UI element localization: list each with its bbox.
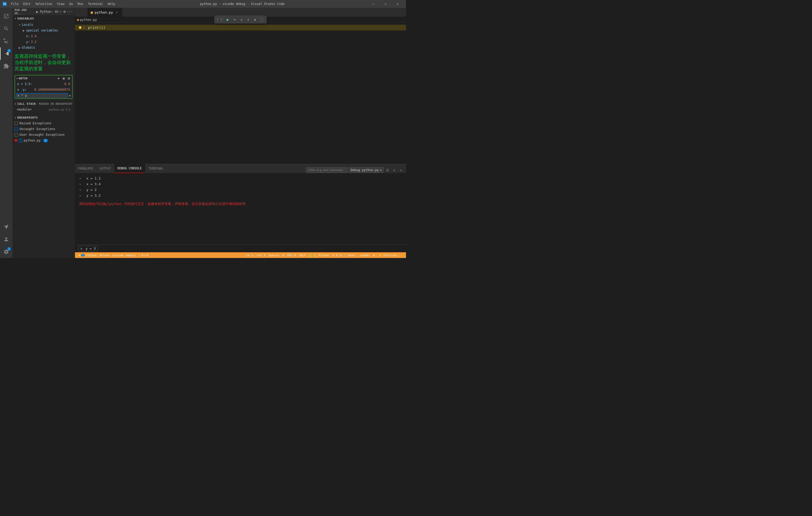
debug-step-into-button[interactable]: ↓ — [238, 17, 244, 23]
debug-badge: 1 — [7, 49, 11, 53]
run-play-button[interactable]: ▶ — [36, 10, 38, 14]
breakpoints-header[interactable]: ▾ BREAKPOINTS — [12, 115, 75, 120]
watch-expr-1: x + 3.5: — [17, 82, 64, 86]
console-menu-button[interactable]: ☰ — [385, 167, 390, 173]
breakpoints-section: ▾ BREAKPOINTS Raised Exceptions Uncaught… — [12, 115, 75, 143]
config-button[interactable]: ⚙ — [63, 10, 65, 13]
tab-problems[interactable]: PROBLEMS — [75, 164, 96, 173]
activity-extensions[interactable] — [0, 60, 12, 72]
console-expand-button[interactable]: ∧ — [392, 167, 397, 173]
var-x-colon: : — [28, 34, 30, 38]
bp-title: BREAKPOINTS — [18, 116, 38, 119]
bp-uncaught-label: Uncaught Exceptions — [20, 127, 55, 131]
var-x-item[interactable]: x : 3.4 — [12, 33, 75, 39]
var-y-colon: : — [28, 40, 30, 44]
watch-expr-2: x -y: — [17, 88, 34, 92]
debug-selector-label: Debug python.py — [351, 168, 379, 172]
watch-copy-button[interactable]: ⊕ — [62, 76, 66, 80]
debug-stop-button[interactable]: ⬛ — [259, 17, 265, 23]
sb-eol[interactable]: CRLF — [297, 252, 307, 258]
debug-selector-dropdown[interactable]: Debug python.py ▾ — [349, 167, 384, 173]
bp-python-checkbox[interactable] — [19, 139, 22, 142]
watch-clear-button[interactable]: ✕ — [69, 93, 71, 97]
menu-terminal[interactable]: Terminal — [86, 1, 105, 7]
console-close-button[interactable]: ✕ — [398, 167, 404, 173]
tab-debug-console[interactable]: DEBUG CONSOLE — [114, 164, 145, 173]
menu-edit[interactable]: Edit — [21, 1, 33, 7]
sb-grid-icon[interactable]: ⊞ — [372, 252, 377, 258]
locals-item[interactable]: ▾ Locals — [12, 22, 75, 28]
sb-position[interactable]: Ln 1, Col 9 — [245, 252, 267, 258]
tab-python-py[interactable]: ● python.py ✕ — [87, 8, 122, 17]
debug-restart-button[interactable]: ↺ — [252, 17, 258, 23]
watch-add-button[interactable]: + — [56, 76, 61, 80]
menu-view[interactable]: View — [55, 1, 67, 7]
activity-account[interactable] — [0, 233, 12, 245]
watch-item-2[interactable]: x -y: 0.19999999999999973 — [15, 87, 72, 93]
watch-title: WATCH — [19, 77, 56, 80]
sb-errors[interactable]: ⚠ 0 ✕ 0 — [138, 252, 150, 258]
bp-python-file[interactable]: python.py 1 — [12, 138, 75, 143]
console-filter-input[interactable] — [306, 167, 348, 173]
watch-annotation-text: 监视器持续监视一些变量，当程序前进时，会自动更新其监视的变量 — [14, 53, 72, 72]
panel-tabs: PROBLEMS OUTPUT DEBUG CONSOLE TERMINAL D… — [75, 164, 406, 173]
callstack-frame-0[interactable]: <module> python.py 1:1 — [12, 107, 75, 112]
watch-item-1[interactable]: x + 3.5: 6.9 — [15, 81, 72, 87]
activity-settings[interactable]: 1 — [0, 245, 12, 258]
menu-go[interactable]: Go — [67, 1, 75, 7]
console-annotation: 调试控制台可以输入python 代码进行交互，如修改程序变量，声明变量。但注意都… — [79, 200, 402, 208]
sb-spaces[interactable]: Spaces: 4 — [267, 252, 286, 258]
sb-interpreter[interactable]: 3.9.12 ('base': conda) — [330, 252, 372, 258]
variables-title: VARIABLES — [18, 17, 34, 20]
activity-explorer[interactable] — [0, 10, 12, 22]
bp-user-uncaught[interactable]: User Uncaught Exceptions — [12, 132, 75, 138]
terminal-input-bar: > y = 3 — [75, 244, 406, 252]
bp-raised-checkbox[interactable] — [14, 122, 18, 125]
console-text-1: x = 1.2 — [86, 176, 101, 180]
debug-continue-button[interactable]: ▶ — [225, 17, 231, 23]
menu-run[interactable]: Run — [76, 1, 85, 7]
tab-close-button[interactable]: ✕ — [115, 10, 119, 14]
minimize-button[interactable]: ─ — [368, 0, 379, 8]
globals-item[interactable]: ▶ Globals — [12, 45, 75, 51]
sb-language[interactable]: 🐍 🐍 Python — [307, 252, 330, 258]
var-y-value: 3.2 — [31, 40, 36, 44]
special-variables-item[interactable]: ▶ special variables — [12, 28, 75, 33]
watch-arrow: ▾ — [16, 77, 18, 80]
sb-debug-attach[interactable]: ⚙ 1 Python: Attach (vscode debug) — [77, 252, 138, 258]
menu-file[interactable]: File — [9, 1, 21, 7]
activity-search[interactable] — [0, 22, 12, 35]
breadcrumb-file[interactable]: python.py — [80, 18, 97, 22]
sb-prettier[interactable]: ✨ Prettier... — [377, 252, 404, 258]
menu-selection[interactable]: Selection — [33, 1, 54, 7]
maximize-button[interactable]: ❐ — [379, 0, 392, 8]
close-button[interactable]: ✕ — [392, 0, 403, 8]
debug-drag-handle[interactable]: ⋮⋮ — [216, 17, 223, 23]
sb-warning-icon: ⚠ — [139, 253, 141, 257]
watch-collapse-button[interactable]: ⊟ — [67, 76, 71, 80]
bp-uncaught-exceptions[interactable]: Uncaught Exceptions — [12, 126, 75, 132]
debug-step-out-button[interactable]: ↑ — [245, 17, 252, 23]
bp-user-checkbox[interactable] — [14, 133, 18, 136]
debug-step-over-button[interactable]: ↷ — [232, 17, 238, 23]
sb-interpreter-label: 3.9.12 ('base': conda) — [332, 253, 370, 257]
activity-source-control[interactable] — [0, 35, 12, 47]
menu-help[interactable]: Help — [106, 1, 117, 7]
tab-output[interactable]: OUTPUT — [96, 164, 114, 173]
variables-section-header[interactable]: ▾ VARIABLES — [12, 16, 75, 21]
bp-uncaught-checkbox[interactable] — [14, 127, 18, 131]
sb-encoding[interactable]: UTF-8 — [286, 252, 297, 258]
watch-input-field[interactable] — [16, 93, 68, 98]
activity-remote[interactable] — [0, 220, 12, 233]
more-button[interactable]: ··· — [67, 10, 72, 13]
callstack-header[interactable]: ▾ CALL STACK Paused on breakpoint — [12, 101, 75, 107]
bp-dot — [14, 139, 17, 142]
bp-raised-exceptions[interactable]: Raised Exceptions — [12, 120, 75, 126]
interpreter-dropdown[interactable]: ▾ — [60, 10, 61, 13]
sb-debug-icon: ⚙ — [79, 253, 80, 257]
activity-run-debug[interactable]: 1 — [0, 47, 12, 60]
debug-indicator-dot — [79, 26, 82, 29]
watch-header: ▾ WATCH + ⊕ ⊟ — [15, 75, 72, 81]
tab-terminal[interactable]: TERMINAL — [145, 164, 167, 173]
var-y-item[interactable]: y : 3.2 — [12, 39, 75, 45]
